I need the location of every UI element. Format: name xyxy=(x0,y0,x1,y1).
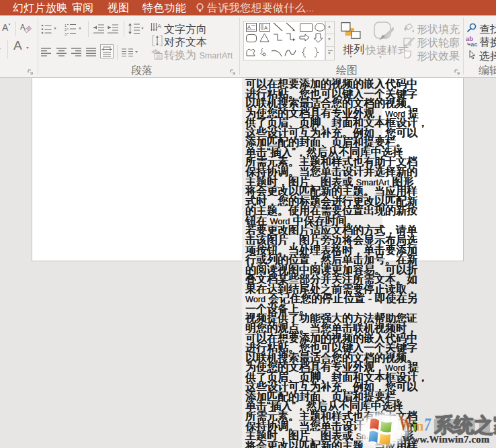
svg-text:A: A xyxy=(157,23,161,30)
svg-text:A: A xyxy=(264,25,267,31)
svg-text:1: 1 xyxy=(65,24,67,28)
svg-text:2: 2 xyxy=(65,28,67,32)
svg-text:A: A xyxy=(247,24,251,30)
svg-text:3: 3 xyxy=(65,32,67,36)
svg-text:ac: ac xyxy=(470,40,478,47)
